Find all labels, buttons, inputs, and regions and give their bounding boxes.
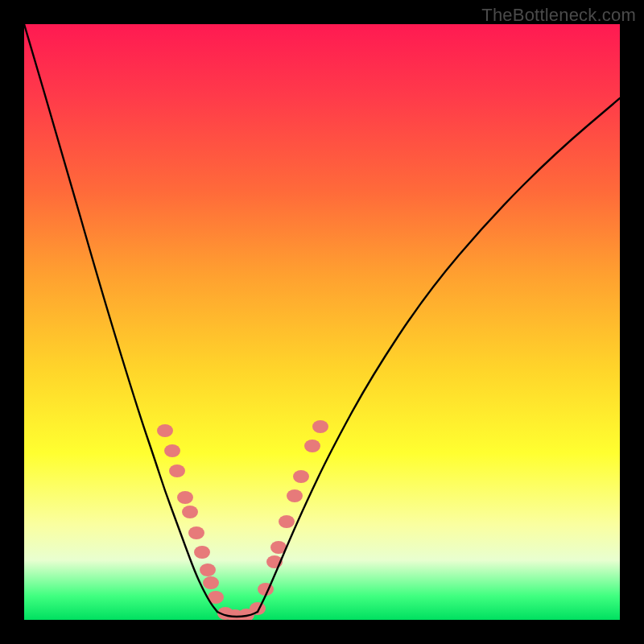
data-marker xyxy=(164,444,180,457)
data-marker xyxy=(203,576,219,589)
data-marker xyxy=(287,489,303,502)
data-marker xyxy=(182,506,198,518)
curves-svg xyxy=(24,24,620,620)
data-marker xyxy=(312,420,328,433)
data-marker xyxy=(194,546,210,559)
data-marker xyxy=(200,564,216,576)
data-marker xyxy=(250,602,266,615)
left-curve xyxy=(24,24,217,612)
right-curve xyxy=(258,98,620,612)
plot-area xyxy=(24,24,620,620)
data-marker xyxy=(177,491,193,504)
data-marker xyxy=(157,424,173,437)
data-marker xyxy=(188,526,204,539)
data-marker xyxy=(169,464,185,477)
marker-group xyxy=(157,420,328,620)
data-marker xyxy=(293,470,309,483)
data-marker xyxy=(304,440,320,452)
data-marker xyxy=(279,515,295,528)
watermark-text: TheBottleneck.com xyxy=(481,5,636,26)
chart-frame: TheBottleneck.com xyxy=(0,0,644,644)
